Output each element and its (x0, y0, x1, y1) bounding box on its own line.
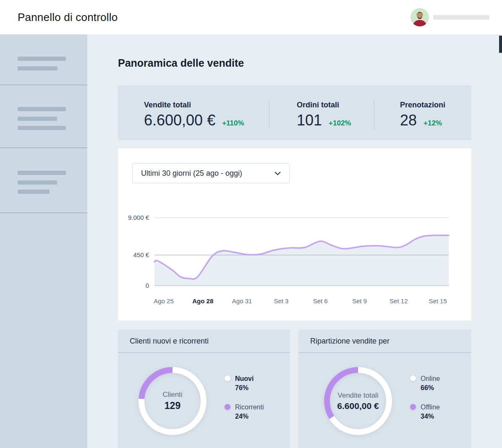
sidebar-nav-group-1[interactable] (0, 34, 87, 85)
customers-legend: Nuovi 76% Ricorrenti 24% (225, 374, 264, 421)
legend-item-ricorrenti: Ricorrenti 24% (225, 403, 264, 421)
stat-value: 6.600,00 € (144, 112, 215, 129)
donut-center-value: 129 (165, 400, 180, 412)
app-title: Pannello di controllo (18, 0, 118, 34)
legend-percent: 66% (421, 383, 440, 393)
stat-delta-badge: +102% (329, 119, 351, 128)
date-range-value: Ultimi 30 giorni (25 ago - oggi) (141, 169, 242, 178)
stat-label: Prenotazioni (400, 101, 471, 109)
stat-total-sales: Vendite totali 6.600,00 € +110% (118, 85, 269, 140)
stat-divider (269, 100, 269, 129)
stats-summary-card: Vendite totali 6.600,00 € +110% Ordini t… (118, 85, 471, 140)
sidebar-skeleton-bar (18, 126, 66, 130)
x-axis-tick-label: Set 3 (274, 297, 288, 305)
customers-donut-center: Clienti 129 (137, 365, 208, 437)
legend-label: Ricorrenti (235, 403, 264, 412)
user-avatar-photo-icon (410, 8, 429, 26)
sales-split-legend: Online 66% Offline 34% (410, 374, 440, 421)
sidebar-skeleton-bar (18, 117, 57, 121)
x-axis-tick-label: Set 15 (429, 297, 447, 305)
stat-delta-badge: +12% (424, 119, 442, 128)
stat-value: 101 (297, 112, 322, 129)
chart-area-fill (154, 235, 449, 286)
chevron-down-icon (275, 172, 281, 175)
sidebar-skeleton-bar (18, 180, 57, 185)
customers-card-header: Clienti nuovi e ricorrenti (118, 330, 290, 353)
x-axis-tick-label: Set 6 (313, 297, 328, 305)
legend-dot (410, 404, 416, 410)
y-axis-tick-label: 9.000 € (128, 214, 149, 221)
customers-card: Clienti nuovi e ricorrenti Clienti 129 N… (118, 330, 290, 448)
y-axis-tick-label: 450 € (133, 251, 149, 258)
y-axis-tick-label: 0 (146, 282, 149, 289)
legend-dot (410, 375, 416, 381)
legend-label: Offline (421, 403, 440, 412)
sidebar-skeleton-bar (18, 57, 66, 61)
date-range-dropdown[interactable]: Ultimi 30 giorni (25 ago - oggi) (132, 163, 290, 183)
legend-dot (225, 375, 230, 381)
sales-chart-card: 9.000 €450 €0Ago 25Ago 28Ago 31Set 3Set … (118, 148, 471, 320)
sidebar-nav-group-3[interactable] (0, 148, 87, 213)
stat-label: Vendite totali (144, 101, 269, 109)
sales-split-card-header: Ripartizione vendite per (298, 330, 471, 353)
stat-bookings: Prenotazioni 28 +12% (374, 85, 471, 140)
sidebar-skeleton-bar (18, 190, 50, 194)
sales-split-donut-center: Vendite totali 6.600,00 € (322, 365, 394, 437)
user-name-skeleton[interactable] (433, 15, 489, 20)
sidebar-skeleton-bar (18, 66, 58, 70)
sidebar-skeleton-bar (18, 107, 66, 111)
legend-item-nuovi: Nuovi 76% (225, 374, 264, 393)
donut-center-value: 6.600,00 € (337, 401, 379, 411)
x-axis-tick-label: Set 9 (352, 297, 367, 305)
donut-center-label: Clienti (162, 391, 182, 399)
stat-value: 28 (400, 112, 417, 129)
sales-split-card: Ripartizione vendite per Vendite totali … (298, 330, 471, 448)
legend-label: Nuovi (235, 374, 254, 383)
x-axis-tick-label: Ago 25 (154, 297, 174, 305)
x-axis-tick-label: Ago 31 (232, 297, 252, 305)
card-title: Clienti nuovi e ricorrenti (118, 330, 290, 353)
legend-item-offline: Offline 34% (410, 403, 440, 421)
card-title: Ripartizione vendite per (298, 330, 471, 353)
legend-percent: 34% (421, 412, 440, 421)
user-avatar[interactable] (410, 8, 429, 26)
sidebar-skeleton-bar (18, 171, 66, 175)
page-title: Panoramica delle vendite (118, 57, 244, 69)
donut-center-label: Vendite totali (337, 391, 378, 400)
app-header: Pannello di controllo (0, 0, 502, 34)
stat-label: Ordini totali (297, 101, 374, 109)
legend-item-online: Online 66% (410, 374, 440, 393)
legend-label: Online (421, 374, 440, 383)
stat-total-orders: Ordini totali 101 +102% (269, 85, 374, 140)
stat-divider (374, 100, 374, 129)
stat-delta-badge: +110% (222, 119, 244, 128)
sidebar-nav (0, 34, 87, 448)
legend-percent: 76% (235, 383, 254, 393)
sidebar-nav-group-2[interactable] (0, 85, 87, 148)
legend-dot (225, 404, 230, 410)
scrollbar-thumb[interactable] (499, 36, 502, 53)
x-axis-tick-label: Set 12 (390, 297, 408, 305)
x-axis-tick-label: Ago 28 (192, 297, 213, 305)
legend-percent: 24% (235, 412, 264, 421)
